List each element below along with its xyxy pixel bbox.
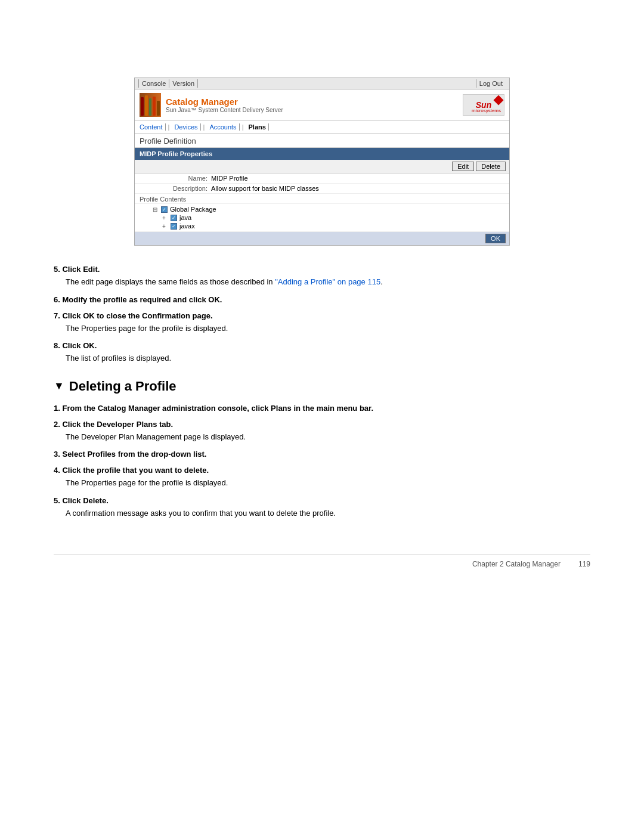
step-7-text: Click OK to close the Confirmation page. (62, 311, 212, 320)
step-7-before: 7. Click OK to close the Confirmation pa… (54, 311, 590, 335)
nav-console[interactable]: Console (138, 79, 169, 88)
ok-button[interactable]: OK (485, 234, 506, 243)
desc-label: Description: (140, 185, 211, 192)
app-logo-books (140, 93, 161, 117)
del-step-3-number: 3. (54, 450, 60, 459)
checkbox-global[interactable] (161, 206, 168, 213)
step-8-text: Click OK. (62, 341, 97, 350)
expand-javax[interactable]: + (162, 223, 168, 230)
del-step-5-number: 5. (54, 496, 60, 505)
footer-page-number: 119 (578, 560, 590, 568)
top-nav-left: Console Version (138, 79, 198, 88)
del-step-3-text: Select Profiles from the drop-down list. (62, 450, 206, 459)
del-step-4-body: The Properties page for the profile is d… (66, 477, 590, 489)
step-7-body: The Properties page for the profile is d… (66, 323, 590, 335)
del-step-2-heading: 2. Click the Developer Plans tab. (54, 420, 590, 429)
step-8-before: 8. Click OK. The list of profiles is dis… (54, 341, 590, 364)
sun-diamond-icon (494, 95, 504, 106)
step-8-heading: 8. Click OK. (54, 341, 590, 350)
page-footer: Chapter 2 Catalog Manager 119 (54, 555, 590, 568)
del-step-4-heading: 4. Click the profile that you want to de… (54, 466, 590, 475)
step-8-number: 8. (54, 341, 60, 350)
ui-screenshot-panel: Console Version Log Out Catalog Manager … (134, 78, 510, 246)
step-5-body-text: The edit page displays the same fields a… (66, 277, 275, 286)
step-7-number: 7. (54, 311, 60, 320)
del-step-5-heading: 5. Click Delete. (54, 496, 590, 505)
step-6-before: 6. Modify the profile as required and cl… (54, 295, 590, 304)
profile-properties-table: MIDP Profile Properties Edit Delete Name… (135, 148, 509, 245)
tree-label-global: Global Package (170, 206, 216, 213)
name-label: Name: (140, 175, 211, 182)
step-6-text: Modify the profile as required and click… (62, 295, 222, 304)
del-step-4-number: 4. (54, 466, 60, 475)
step-5-body-after: . (380, 277, 383, 286)
desc-field-row: Description: Allow support for basic MID… (135, 184, 509, 194)
nav-logout[interactable]: Log Out (476, 79, 506, 88)
step-5-text: Click Edit. (62, 265, 100, 274)
ok-row: OK (135, 232, 509, 246)
header-title-block: Catalog Manager Sun Java™ System Content… (166, 97, 283, 113)
desc-value: Allow support for basic MIDP classes (211, 185, 319, 192)
step-5-link[interactable]: "Adding a Profile" on page 115 (275, 277, 380, 286)
subnav-accounts[interactable]: Accounts (207, 123, 239, 131)
del-step-1-number: 1. (54, 404, 60, 413)
del-step-3-heading: 3. Select Profiles from the drop-down li… (54, 450, 590, 459)
tree-item-global: ⊟ Global Package (153, 205, 504, 213)
profile-actions-row: Edit Delete (135, 160, 509, 174)
deleting-section-heading: ▼ Deleting a Profile (54, 379, 590, 394)
checkbox-java[interactable] (171, 215, 177, 221)
subnav-sep3: | (240, 123, 246, 131)
triangle-icon: ▼ (54, 380, 64, 392)
del-step-1: 1. From the Catalog Manager administrati… (54, 404, 590, 413)
app-subtitle: Sun Java™ System Content Delivery Server (166, 107, 283, 113)
del-step-2-number: 2. (54, 420, 60, 429)
nav-version[interactable]: Version (169, 79, 198, 88)
top-nav: Console Version Log Out (135, 78, 509, 89)
profile-header: MIDP Profile Properties (135, 148, 509, 160)
profile-tree: ⊟ Global Package + java + (135, 204, 509, 231)
step-6-heading: 6. Modify the profile as required and cl… (54, 295, 590, 304)
del-step-5-body: A confirmation message asks you to confi… (66, 507, 590, 519)
checkbox-javax[interactable] (171, 223, 177, 230)
deleting-section-title: Deleting a Profile (69, 379, 177, 394)
step-6-number: 6. (54, 295, 60, 304)
header-left: Catalog Manager Sun Java™ System Content… (140, 93, 283, 117)
sun-tm: microsystems (472, 108, 501, 113)
subnav-devices[interactable]: Devices (172, 123, 200, 131)
del-step-3: 3. Select Profiles from the drop-down li… (54, 450, 590, 459)
tree-item-java: + java (162, 213, 504, 222)
step-8-body: The list of profiles is displayed. (66, 352, 590, 364)
header-bar: Catalog Manager Sun Java™ System Content… (135, 89, 509, 121)
del-step-5: 5. Click Delete. A confirmation message … (54, 496, 590, 519)
expand-global[interactable]: ⊟ (153, 206, 159, 213)
step-5-body: The edit page displays the same fields a… (66, 276, 590, 288)
subnav-sep2: | (201, 123, 208, 131)
step-5-number: 5. (54, 265, 60, 274)
doc-body: 5. Click Edit. The edit page displays th… (54, 265, 590, 519)
name-field-row: Name: MIDP Profile (135, 174, 509, 184)
profile-contents-row: Profile Contents ⊟ Global Package + ja (135, 194, 509, 232)
tree-label-javax: javax (179, 222, 195, 230)
del-step-2-body: The Developer Plan Management page is di… (66, 431, 590, 443)
expand-java[interactable]: + (162, 215, 168, 221)
edit-button[interactable]: Edit (452, 162, 474, 171)
del-step-2-text: Click the Developer Plans tab. (62, 420, 173, 429)
tree-item-javax: + javax (162, 222, 504, 230)
delete-button[interactable]: Delete (476, 162, 506, 171)
step-5-heading: 5. Click Edit. (54, 265, 590, 274)
sun-logo: Sun microsystems (463, 94, 504, 116)
del-step-1-heading: 1. From the Catalog Manager administrati… (54, 404, 590, 413)
step-7-heading: 7. Click OK to close the Confirmation pa… (54, 311, 590, 320)
profile-definition-title: Profile Definition (135, 134, 509, 148)
footer-text: Chapter 2 Catalog Manager 119 (472, 560, 590, 568)
step-5-before: 5. Click Edit. The edit page displays th… (54, 265, 590, 288)
tree-label-java: java (179, 214, 191, 221)
name-value: MIDP Profile (211, 175, 248, 182)
subnav-plans[interactable]: Plans (246, 123, 268, 131)
del-step-1-text: From the Catalog Manager administration … (62, 404, 373, 413)
sub-nav: Content | Devices | Accounts | Plans (135, 121, 509, 134)
subnav-content[interactable]: Content (140, 123, 166, 131)
del-step-5-text: Click Delete. (62, 496, 108, 505)
del-step-4-text: Click the profile that you want to delet… (62, 466, 209, 475)
del-step-4: 4. Click the profile that you want to de… (54, 466, 590, 489)
